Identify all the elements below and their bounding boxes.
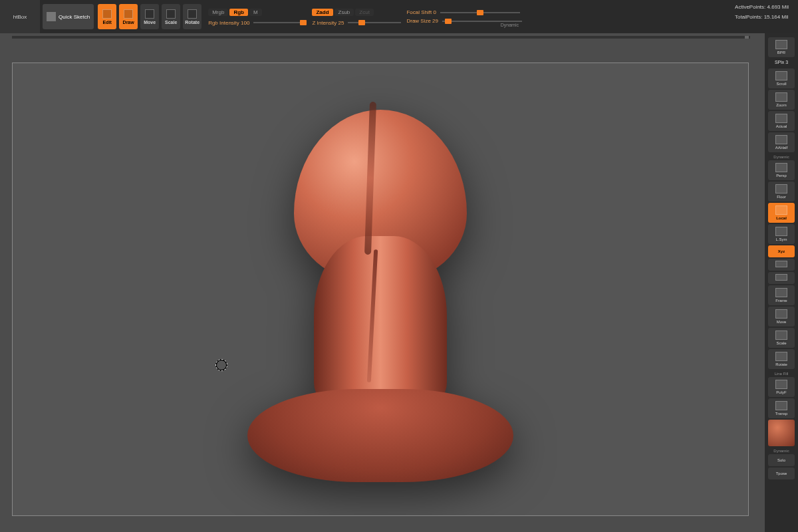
spix-readout[interactable]: SPix 3 <box>775 60 788 65</box>
tpose-button[interactable]: Tpose <box>768 467 795 479</box>
mode-scale-button[interactable]: Scale <box>162 4 180 29</box>
z-group: Zadd Zsub Zcut Z Intensity 25 <box>312 0 401 33</box>
tab-nub-icon <box>745 36 749 39</box>
zsub-chip[interactable]: Zsub <box>334 9 354 16</box>
local-button[interactable]: Local <box>768 203 795 223</box>
quicksketch-button[interactable]: Quick Sketch <box>43 4 94 29</box>
dynamic2-label: Dynamic <box>773 449 789 453</box>
viewport[interactable] <box>12 63 749 516</box>
mrgb-chip[interactable]: Mrgb <box>208 9 228 16</box>
dynamic-toggle[interactable]: Dynamic <box>501 23 519 27</box>
scale-icon <box>166 9 176 19</box>
bpr-button[interactable]: BPR <box>768 37 795 57</box>
mode-move-button[interactable]: Move <box>140 4 159 29</box>
z-intensity-slider[interactable]: Z Intensity 25 <box>312 20 401 26</box>
stats-readout: ActivePoints: 4.693 Mil TotalPoints: 15.… <box>726 0 798 33</box>
polyf-button[interactable]: PolyF <box>768 377 795 397</box>
local-icon <box>775 205 787 215</box>
transp-button[interactable]: Transp <box>768 398 795 418</box>
transp-icon <box>775 401 787 410</box>
move-icon <box>145 9 154 19</box>
mode-rotate-button[interactable]: Rotate <box>183 4 201 29</box>
draw-icon <box>124 9 133 19</box>
canvas-area <box>0 33 765 532</box>
active-points-readout: ActivePoints: 4.693 Mil <box>735 4 789 10</box>
nav-move-button[interactable]: Move <box>768 307 795 327</box>
focal-shift-slider[interactable]: Focal Shift 0 <box>406 9 522 15</box>
m-chip[interactable]: M <box>249 9 262 16</box>
aahalf-button[interactable]: AAHalf <box>768 132 795 152</box>
scroll-button[interactable]: Scroll <box>768 68 795 88</box>
solo-button[interactable]: Solo <box>768 454 795 466</box>
lsym-button[interactable]: L.Sym <box>768 224 795 244</box>
rotate-icon <box>188 9 197 19</box>
top-toolbar: htBox Quick Sketch Edit Draw Move Scale … <box>0 0 798 33</box>
hand-move-icon <box>775 309 787 319</box>
aux-a-icon <box>775 261 787 267</box>
rgb-chip[interactable]: Rgb <box>229 9 248 16</box>
linefill-section-label: Line Fill <box>775 372 789 376</box>
nav-rotate-button[interactable]: Rotate <box>768 349 795 369</box>
floor-icon <box>775 184 787 194</box>
dynamic-section-label: Dynamic <box>773 155 789 159</box>
lsym-icon <box>775 227 787 236</box>
doc-tab-strip[interactable] <box>12 36 750 39</box>
aux-b-button[interactable] <box>768 272 795 284</box>
actual-button[interactable]: Actual <box>768 111 795 131</box>
edit-icon <box>102 9 112 19</box>
frame-icon <box>775 288 787 297</box>
aahalf-icon <box>775 135 787 144</box>
material-swatch[interactable] <box>768 420 795 446</box>
brush-cursor-icon <box>215 359 229 372</box>
magnifier-icon <box>775 92 787 102</box>
focal-draw-group: Focal Shift 0 Draw Size 29 <box>406 0 522 33</box>
total-points-readout: TotalPoints: 15.164 Mil <box>735 14 789 20</box>
aux-a-button[interactable] <box>768 259 795 271</box>
scale-nav-icon <box>775 331 787 340</box>
frame-button[interactable]: Frame <box>768 285 795 305</box>
aux-b-icon <box>775 274 787 281</box>
right-palette: BPR SPix 3 Scroll Zoom Actual AAHalf Dyn… <box>765 33 798 532</box>
floor-button[interactable]: Floor <box>768 182 795 201</box>
mode-edit-button[interactable]: Edit <box>98 4 116 29</box>
zadd-chip[interactable]: Zadd <box>312 9 332 16</box>
hand-icon <box>775 71 787 80</box>
rgb-group: Mrgb Rgb M Rgb Intensity 100 <box>208 0 307 33</box>
nav-scale-button[interactable]: Scale <box>768 328 795 348</box>
zcut-chip[interactable]: Zcut <box>355 9 374 16</box>
sculpt-model <box>227 76 533 502</box>
persp-button[interactable]: Persp <box>768 160 795 180</box>
lightbox-button[interactable]: htBox <box>0 0 40 33</box>
polyf-icon <box>775 380 787 389</box>
persp-icon <box>775 163 787 172</box>
quicksketch-label: Quick Sketch <box>59 14 90 20</box>
rgb-intensity-slider[interactable]: Rgb Intensity 100 <box>208 20 307 26</box>
actual-icon <box>775 114 787 123</box>
mode-draw-button[interactable]: Draw <box>119 4 138 29</box>
xyz-button[interactable]: Xyz <box>768 245 795 257</box>
zoom-button[interactable]: Zoom <box>768 90 795 110</box>
quicksketch-icon <box>47 12 56 21</box>
bpr-icon <box>775 40 787 49</box>
rotate-nav-icon <box>775 352 787 361</box>
